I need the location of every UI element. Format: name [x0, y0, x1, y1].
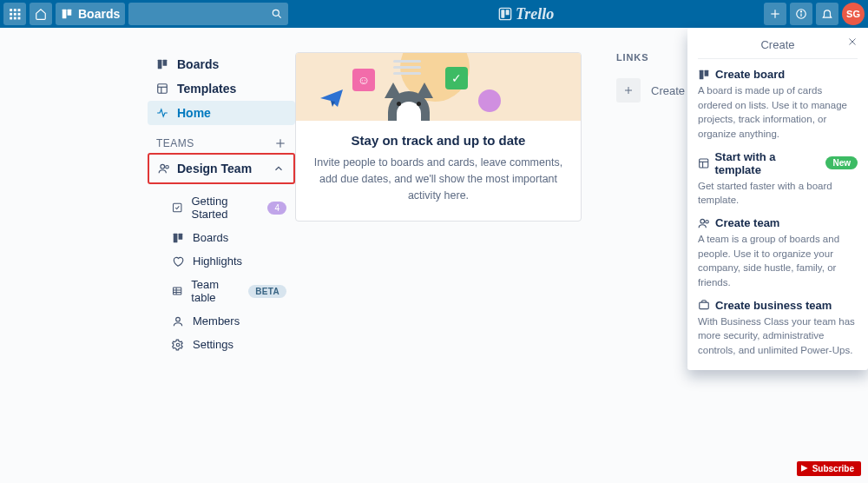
subscribe-label: Subscribe — [812, 464, 854, 473]
opt-title: Create business team — [715, 299, 832, 312]
svg-point-11 — [273, 10, 279, 16]
svg-rect-2 — [18, 9, 21, 11]
avatar[interactable]: SG — [842, 3, 865, 25]
create-business-team-option[interactable]: Create business team With Business Class… — [698, 290, 858, 358]
start-template-option[interactable]: Start with a template New Get started fa… — [698, 142, 858, 208]
template-icon — [698, 157, 709, 169]
svg-rect-15 — [506, 10, 510, 15]
team-sub-settings[interactable]: Settings — [148, 333, 295, 356]
create-board-option[interactable]: Create board A board is made up of cards… — [698, 59, 858, 142]
chevron-up-icon — [273, 162, 285, 175]
panel-title: Create — [760, 38, 794, 51]
nav-label: Templates — [177, 82, 236, 96]
create-team-option[interactable]: Create team A team is a group of boards … — [698, 208, 858, 290]
check-square-icon — [172, 202, 182, 214]
apps-icon — [9, 8, 21, 20]
svg-rect-0 — [10, 9, 12, 11]
svg-rect-14 — [501, 10, 504, 17]
sub-label: Members — [193, 314, 240, 328]
team-sub-boards[interactable]: Boards — [148, 226, 295, 249]
empty-state-card: ☺ ✓ Stay on track and up to date Invite … — [295, 52, 582, 222]
svg-rect-33 — [174, 288, 181, 294]
svg-rect-30 — [174, 203, 181, 211]
svg-point-49 — [706, 220, 709, 223]
plus-box-icon — [616, 78, 641, 103]
card-title: Stay on track and up to date — [310, 133, 567, 148]
close-icon — [847, 36, 858, 47]
svg-rect-50 — [700, 302, 709, 309]
sub-label: Settings — [193, 338, 233, 351]
svg-point-38 — [176, 343, 180, 347]
opt-desc: A team is a group of boards and people. … — [698, 232, 858, 290]
pulse-icon — [156, 107, 168, 119]
svg-point-29 — [166, 166, 169, 169]
teams-header: TEAMS — [148, 125, 295, 153]
nav-boards[interactable]: Boards — [148, 52, 295, 76]
person-icon — [172, 315, 184, 328]
team-sub-members[interactable]: Members — [148, 309, 295, 333]
svg-rect-10 — [68, 10, 72, 16]
sidebar: Boards Templates Home TEAMS Design Team — [148, 52, 295, 356]
card-body: Invite people to boards and cards, leave… — [310, 155, 567, 203]
svg-rect-31 — [174, 233, 178, 242]
svg-line-12 — [279, 15, 281, 17]
apps-button[interactable] — [3, 3, 26, 25]
brand-text: Trello — [516, 5, 554, 23]
feed: ☺ ✓ Stay on track and up to date Invite … — [295, 52, 582, 356]
svg-point-20 — [800, 11, 801, 12]
boards-button[interactable]: Boards — [56, 3, 125, 25]
svg-point-28 — [161, 164, 165, 169]
svg-rect-5 — [18, 13, 21, 16]
nav-label: Home — [177, 106, 211, 120]
nav-label: Boards — [177, 57, 219, 71]
nav-templates[interactable]: Templates — [148, 76, 295, 101]
notifications-button[interactable] — [816, 3, 838, 25]
opt-desc: Get started faster with a board template… — [698, 179, 858, 208]
heart-icon — [172, 255, 184, 268]
panel-header: Create — [698, 35, 858, 59]
sub-label: Team table — [191, 278, 240, 304]
svg-rect-1 — [14, 9, 16, 11]
close-button[interactable] — [847, 36, 858, 47]
svg-rect-4 — [14, 13, 16, 16]
svg-rect-9 — [62, 10, 67, 19]
svg-rect-43 — [700, 69, 704, 79]
board-icon — [698, 69, 710, 81]
nav-home[interactable]: Home — [148, 101, 295, 125]
search-input[interactable] — [128, 3, 288, 25]
sub-label: Highlights — [193, 255, 242, 268]
plus-icon — [769, 8, 781, 20]
svg-point-48 — [700, 219, 705, 223]
add-team-icon[interactable] — [274, 137, 286, 149]
brand-logo: Trello — [292, 5, 760, 23]
svg-rect-13 — [499, 8, 510, 19]
new-badge: New — [825, 156, 858, 169]
opt-title: Create team — [715, 216, 779, 229]
board-icon — [172, 232, 184, 244]
teams-heading-label: TEAMS — [156, 137, 194, 149]
svg-rect-22 — [163, 60, 168, 66]
table-icon — [172, 285, 182, 297]
briefcase-icon — [698, 299, 710, 311]
team-sub-getting-started[interactable]: Getting Started 4 — [148, 189, 295, 226]
svg-rect-8 — [18, 17, 21, 20]
info-icon — [795, 8, 807, 20]
home-icon — [35, 8, 47, 20]
info-button[interactable] — [790, 3, 812, 25]
paper-plane-icon — [320, 89, 343, 107]
team-design-team[interactable]: Design Team — [148, 153, 295, 184]
team-sub-highlights[interactable]: Highlights — [148, 249, 295, 273]
svg-rect-3 — [10, 13, 12, 16]
team-sub-team-table[interactable]: Team table BETA — [148, 273, 295, 309]
search-icon — [271, 8, 283, 20]
people-icon — [158, 162, 170, 175]
subscribe-button[interactable]: Subscribe — [797, 461, 861, 476]
svg-rect-44 — [705, 69, 709, 76]
create-button[interactable] — [764, 3, 786, 25]
bell-icon — [821, 8, 833, 20]
home-button[interactable] — [30, 3, 52, 25]
create-panel: Create Create board A board is made up o… — [687, 28, 868, 370]
svg-rect-7 — [14, 17, 16, 20]
illustration: ☺ ✓ — [296, 53, 581, 121]
opt-desc: With Business Class your team has more s… — [698, 314, 858, 358]
